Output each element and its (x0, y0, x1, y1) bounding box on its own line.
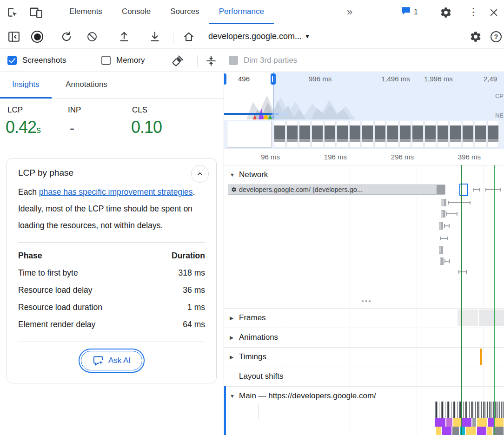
selection-right-handle[interactable] (271, 73, 276, 85)
flame-segment[interactable] (442, 427, 452, 435)
flame-segment[interactable] (446, 418, 453, 427)
network-request-bar[interactable]: developers.google.com/ (developers.go... (228, 185, 445, 195)
track-animations[interactable]: Animations (224, 328, 504, 347)
screenshot-thumbnail[interactable] (462, 121, 474, 148)
flame-segment[interactable] (487, 427, 493, 435)
screenshot-thumbnail[interactable] (475, 121, 486, 148)
screenshot-thumbnail[interactable] (274, 121, 285, 148)
expand-track-icon[interactable] (230, 308, 233, 328)
more-tabs-chevron-icon[interactable]: » (347, 0, 352, 24)
flame-segment[interactable] (495, 418, 504, 427)
page-selector-dropdown[interactable]: developers.google.com... (208, 24, 309, 48)
tab-insights[interactable]: Insights (0, 72, 52, 99)
screenshot-thumbnail[interactable] (324, 121, 336, 148)
collect-garbage-icon[interactable] (170, 54, 185, 68)
screenshots-label[interactable]: Screenshots (22, 49, 66, 72)
screenshot-thumbnail[interactable] (349, 121, 361, 148)
screenshot-thumbnail[interactable] (450, 121, 461, 148)
request-whisker (473, 189, 480, 190)
timing-marker[interactable] (480, 349, 482, 365)
screenshot-thumbnail[interactable] (412, 121, 424, 148)
metric-cls-value[interactable]: 0.10 (131, 118, 162, 137)
screenshot-thumbnail[interactable] (374, 121, 386, 148)
reload-and-record-icon[interactable] (60, 30, 73, 43)
lcp-marker-line (461, 165, 462, 435)
tab-elements[interactable]: Elements (60, 0, 112, 24)
record-icon[interactable] (31, 30, 44, 43)
flame-segment[interactable] (472, 418, 477, 427)
screenshot-thumbnail[interactable] (362, 121, 373, 148)
ruler-tick: 296 ms (380, 153, 414, 161)
screenshot-thumbnail[interactable] (487, 121, 499, 148)
close-devtools-icon[interactable] (486, 6, 501, 20)
tab-performance[interactable]: Performance (209, 0, 274, 24)
screenshot-thumbnail[interactable] (387, 121, 398, 148)
track-timings[interactable]: Timings (224, 347, 504, 367)
screenshot-thumbnail[interactable] (424, 121, 436, 148)
request-whisker (446, 213, 458, 214)
toggle-sidebar-icon[interactable] (7, 30, 21, 43)
overview-tick: 996 ms (309, 75, 332, 83)
track-layout-shifts[interactable]: Layout shifts (224, 367, 504, 386)
flame-segment[interactable] (477, 427, 487, 435)
issues-counter[interactable]: 1 (401, 6, 418, 18)
overview-tick: 1,496 ms (381, 75, 410, 83)
metric-lcp-value[interactable]: 0.42s (6, 118, 41, 137)
request-whisker (444, 225, 450, 226)
network-request-mini[interactable] (441, 199, 446, 206)
show-more-requests[interactable]: ... (357, 294, 376, 303)
collapse-track-icon[interactable] (230, 165, 235, 185)
flame-segment[interactable] (435, 418, 446, 427)
track-network[interactable]: Network (224, 165, 504, 185)
filmstrip-thumbnails[interactable] (274, 121, 499, 148)
card-divider (18, 242, 205, 243)
device-toolbar-icon[interactable] (28, 6, 45, 20)
panel-settings-gear-icon[interactable] (469, 30, 483, 44)
screenshot-thumbnail[interactable] (299, 121, 311, 148)
network-request-mini[interactable] (440, 257, 444, 265)
screenshot-thumbnail[interactable] (437, 121, 449, 148)
tab-console[interactable]: Console (112, 0, 160, 24)
upload-profile-icon[interactable] (117, 30, 131, 44)
selection-left-handle[interactable] (224, 73, 226, 85)
memory-label[interactable]: Memory (116, 49, 145, 72)
expand-track-icon[interactable] (230, 328, 233, 347)
screenshot-thumbnail[interactable] (399, 121, 411, 148)
flame-segment[interactable] (436, 427, 442, 435)
settings-gear-icon[interactable] (439, 6, 453, 20)
screenshot-thumbnail-blank[interactable] (227, 121, 272, 148)
performance-timeline: 496 996 ms 1,496 ms 1,996 ms 2,49 CP NE … (224, 72, 504, 435)
flame-segment[interactable] (477, 418, 488, 427)
screenshot-thumbnail[interactable] (312, 121, 323, 148)
flame-segment[interactable] (452, 427, 459, 435)
clear-icon[interactable] (86, 31, 99, 43)
flame-segment[interactable] (462, 418, 472, 427)
sidebar-tab-strip: Insights Annotations (0, 72, 224, 99)
collapse-track-icon[interactable] (230, 386, 235, 406)
inspect-element-icon[interactable] (6, 6, 20, 20)
frame-block[interactable] (479, 310, 504, 326)
flame-segment[interactable] (466, 427, 477, 435)
screenshots-checkbox[interactable] (7, 56, 17, 65)
kebab-menu-icon[interactable] (467, 5, 480, 20)
network-request-mini[interactable] (439, 246, 443, 254)
improvement-strategies-link[interactable]: phase has specific improvement strategie… (39, 187, 193, 197)
main-track-accent-bar (224, 386, 226, 435)
shrink-rows-icon[interactable] (204, 54, 219, 68)
network-request-mini[interactable] (441, 210, 445, 218)
network-request-mini[interactable] (439, 222, 443, 230)
flame-segment[interactable] (493, 427, 504, 435)
screenshot-thumbnail[interactable] (286, 121, 298, 148)
help-icon[interactable]: ? (490, 31, 502, 43)
ask-ai-button[interactable]: Ask AI (81, 351, 142, 370)
tab-annotations[interactable]: Annotations (53, 72, 119, 97)
timeline-overview[interactable]: 496 996 ms 1,496 ms 1,996 ms 2,49 CP NE (224, 72, 504, 150)
tab-sources[interactable]: Sources (160, 0, 209, 24)
memory-checkbox[interactable] (101, 56, 111, 65)
download-profile-icon[interactable] (148, 30, 162, 44)
home-icon[interactable] (181, 30, 196, 44)
dim-3rd-parties-checkbox[interactable] (229, 56, 238, 65)
expand-track-icon[interactable] (230, 347, 233, 367)
screenshot-thumbnail[interactable] (337, 121, 348, 148)
collapse-card-icon[interactable] (191, 165, 209, 183)
